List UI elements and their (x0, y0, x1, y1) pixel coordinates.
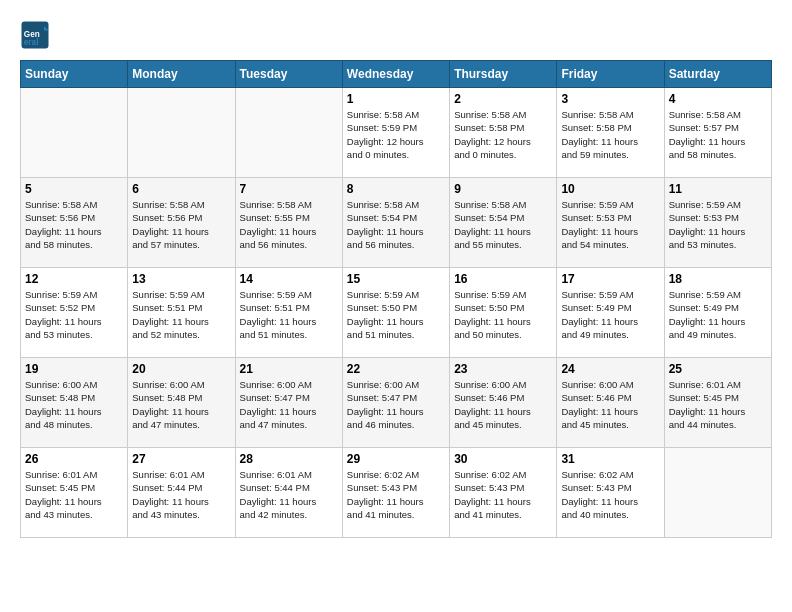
weekday-header-sunday: Sunday (21, 61, 128, 88)
calendar-cell: 2Sunrise: 5:58 AM Sunset: 5:58 PM Daylig… (450, 88, 557, 178)
day-number: 27 (132, 452, 230, 466)
page-header: Gen eral (20, 20, 772, 50)
day-number: 3 (561, 92, 659, 106)
day-info: Sunrise: 5:59 AM Sunset: 5:51 PM Dayligh… (132, 288, 230, 341)
day-number: 12 (25, 272, 123, 286)
calendar-cell (235, 88, 342, 178)
calendar-cell: 4Sunrise: 5:58 AM Sunset: 5:57 PM Daylig… (664, 88, 771, 178)
calendar-cell: 21Sunrise: 6:00 AM Sunset: 5:47 PM Dayli… (235, 358, 342, 448)
day-number: 16 (454, 272, 552, 286)
day-number: 28 (240, 452, 338, 466)
calendar-cell: 7Sunrise: 5:58 AM Sunset: 5:55 PM Daylig… (235, 178, 342, 268)
day-info: Sunrise: 5:58 AM Sunset: 5:59 PM Dayligh… (347, 108, 445, 161)
calendar-cell: 1Sunrise: 5:58 AM Sunset: 5:59 PM Daylig… (342, 88, 449, 178)
calendar-cell: 10Sunrise: 5:59 AM Sunset: 5:53 PM Dayli… (557, 178, 664, 268)
day-number: 20 (132, 362, 230, 376)
day-info: Sunrise: 5:58 AM Sunset: 5:54 PM Dayligh… (454, 198, 552, 251)
calendar-cell: 5Sunrise: 5:58 AM Sunset: 5:56 PM Daylig… (21, 178, 128, 268)
day-info: Sunrise: 5:58 AM Sunset: 5:58 PM Dayligh… (561, 108, 659, 161)
day-number: 7 (240, 182, 338, 196)
weekday-header-thursday: Thursday (450, 61, 557, 88)
day-info: Sunrise: 6:01 AM Sunset: 5:44 PM Dayligh… (132, 468, 230, 521)
day-info: Sunrise: 5:58 AM Sunset: 5:55 PM Dayligh… (240, 198, 338, 251)
calendar-cell (664, 448, 771, 538)
day-info: Sunrise: 5:58 AM Sunset: 5:54 PM Dayligh… (347, 198, 445, 251)
calendar-cell: 29Sunrise: 6:02 AM Sunset: 5:43 PM Dayli… (342, 448, 449, 538)
calendar-week-row: 5Sunrise: 5:58 AM Sunset: 5:56 PM Daylig… (21, 178, 772, 268)
day-info: Sunrise: 5:59 AM Sunset: 5:51 PM Dayligh… (240, 288, 338, 341)
day-info: Sunrise: 5:59 AM Sunset: 5:52 PM Dayligh… (25, 288, 123, 341)
logo-icon: Gen eral (20, 20, 50, 50)
day-number: 14 (240, 272, 338, 286)
day-info: Sunrise: 6:02 AM Sunset: 5:43 PM Dayligh… (561, 468, 659, 521)
calendar-cell: 19Sunrise: 6:00 AM Sunset: 5:48 PM Dayli… (21, 358, 128, 448)
day-info: Sunrise: 5:59 AM Sunset: 5:50 PM Dayligh… (454, 288, 552, 341)
day-info: Sunrise: 6:00 AM Sunset: 5:46 PM Dayligh… (561, 378, 659, 431)
day-number: 29 (347, 452, 445, 466)
weekday-header-row: SundayMondayTuesdayWednesdayThursdayFrid… (21, 61, 772, 88)
day-number: 25 (669, 362, 767, 376)
day-number: 31 (561, 452, 659, 466)
day-info: Sunrise: 5:59 AM Sunset: 5:49 PM Dayligh… (669, 288, 767, 341)
calendar-week-row: 26Sunrise: 6:01 AM Sunset: 5:45 PM Dayli… (21, 448, 772, 538)
day-number: 5 (25, 182, 123, 196)
day-info: Sunrise: 5:59 AM Sunset: 5:50 PM Dayligh… (347, 288, 445, 341)
svg-text:eral: eral (24, 38, 39, 47)
day-number: 13 (132, 272, 230, 286)
day-info: Sunrise: 6:01 AM Sunset: 5:44 PM Dayligh… (240, 468, 338, 521)
day-number: 4 (669, 92, 767, 106)
day-info: Sunrise: 5:58 AM Sunset: 5:58 PM Dayligh… (454, 108, 552, 161)
weekday-header-wednesday: Wednesday (342, 61, 449, 88)
calendar-cell: 6Sunrise: 5:58 AM Sunset: 5:56 PM Daylig… (128, 178, 235, 268)
calendar-cell: 18Sunrise: 5:59 AM Sunset: 5:49 PM Dayli… (664, 268, 771, 358)
calendar-cell: 22Sunrise: 6:00 AM Sunset: 5:47 PM Dayli… (342, 358, 449, 448)
calendar-week-row: 1Sunrise: 5:58 AM Sunset: 5:59 PM Daylig… (21, 88, 772, 178)
day-info: Sunrise: 6:01 AM Sunset: 5:45 PM Dayligh… (669, 378, 767, 431)
day-info: Sunrise: 5:58 AM Sunset: 5:57 PM Dayligh… (669, 108, 767, 161)
calendar-cell: 17Sunrise: 5:59 AM Sunset: 5:49 PM Dayli… (557, 268, 664, 358)
weekday-header-monday: Monday (128, 61, 235, 88)
calendar-cell: 25Sunrise: 6:01 AM Sunset: 5:45 PM Dayli… (664, 358, 771, 448)
day-info: Sunrise: 6:01 AM Sunset: 5:45 PM Dayligh… (25, 468, 123, 521)
calendar-cell: 27Sunrise: 6:01 AM Sunset: 5:44 PM Dayli… (128, 448, 235, 538)
weekday-header-tuesday: Tuesday (235, 61, 342, 88)
calendar-cell: 28Sunrise: 6:01 AM Sunset: 5:44 PM Dayli… (235, 448, 342, 538)
day-number: 17 (561, 272, 659, 286)
logo: Gen eral (20, 20, 54, 50)
calendar-cell: 24Sunrise: 6:00 AM Sunset: 5:46 PM Dayli… (557, 358, 664, 448)
calendar-cell: 30Sunrise: 6:02 AM Sunset: 5:43 PM Dayli… (450, 448, 557, 538)
weekday-header-saturday: Saturday (664, 61, 771, 88)
calendar-cell (128, 88, 235, 178)
calendar-cell: 14Sunrise: 5:59 AM Sunset: 5:51 PM Dayli… (235, 268, 342, 358)
calendar-table: SundayMondayTuesdayWednesdayThursdayFrid… (20, 60, 772, 538)
day-number: 21 (240, 362, 338, 376)
day-number: 1 (347, 92, 445, 106)
day-info: Sunrise: 5:59 AM Sunset: 5:53 PM Dayligh… (669, 198, 767, 251)
calendar-cell: 23Sunrise: 6:00 AM Sunset: 5:46 PM Dayli… (450, 358, 557, 448)
day-info: Sunrise: 6:00 AM Sunset: 5:46 PM Dayligh… (454, 378, 552, 431)
day-number: 15 (347, 272, 445, 286)
day-number: 30 (454, 452, 552, 466)
calendar-cell: 11Sunrise: 5:59 AM Sunset: 5:53 PM Dayli… (664, 178, 771, 268)
calendar-cell: 8Sunrise: 5:58 AM Sunset: 5:54 PM Daylig… (342, 178, 449, 268)
calendar-week-row: 19Sunrise: 6:00 AM Sunset: 5:48 PM Dayli… (21, 358, 772, 448)
day-number: 23 (454, 362, 552, 376)
calendar-cell: 12Sunrise: 5:59 AM Sunset: 5:52 PM Dayli… (21, 268, 128, 358)
calendar-cell: 13Sunrise: 5:59 AM Sunset: 5:51 PM Dayli… (128, 268, 235, 358)
day-number: 9 (454, 182, 552, 196)
calendar-week-row: 12Sunrise: 5:59 AM Sunset: 5:52 PM Dayli… (21, 268, 772, 358)
day-number: 11 (669, 182, 767, 196)
calendar-cell: 9Sunrise: 5:58 AM Sunset: 5:54 PM Daylig… (450, 178, 557, 268)
weekday-header-friday: Friday (557, 61, 664, 88)
day-info: Sunrise: 5:58 AM Sunset: 5:56 PM Dayligh… (132, 198, 230, 251)
day-number: 18 (669, 272, 767, 286)
day-info: Sunrise: 6:02 AM Sunset: 5:43 PM Dayligh… (347, 468, 445, 521)
day-number: 2 (454, 92, 552, 106)
day-info: Sunrise: 5:59 AM Sunset: 5:53 PM Dayligh… (561, 198, 659, 251)
calendar-cell: 31Sunrise: 6:02 AM Sunset: 5:43 PM Dayli… (557, 448, 664, 538)
day-number: 10 (561, 182, 659, 196)
day-info: Sunrise: 6:00 AM Sunset: 5:47 PM Dayligh… (347, 378, 445, 431)
day-info: Sunrise: 6:00 AM Sunset: 5:48 PM Dayligh… (132, 378, 230, 431)
day-info: Sunrise: 6:02 AM Sunset: 5:43 PM Dayligh… (454, 468, 552, 521)
day-number: 8 (347, 182, 445, 196)
